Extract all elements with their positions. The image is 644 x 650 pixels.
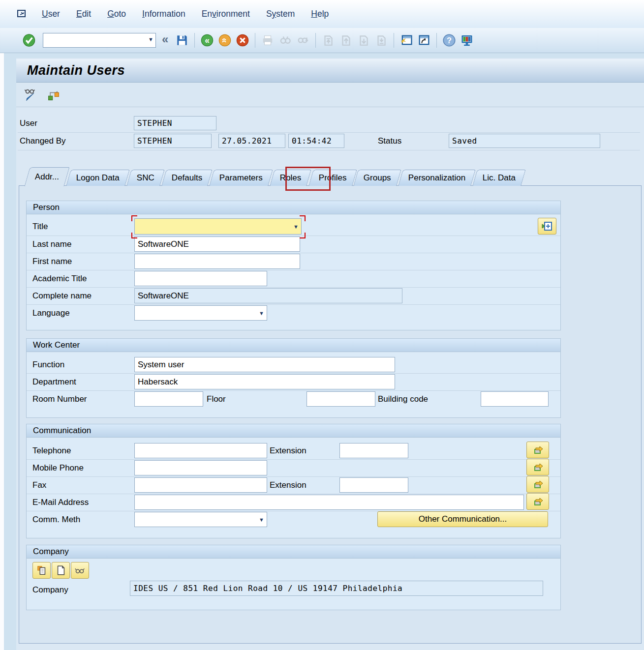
- menu-item-edit[interactable]: Edit: [76, 9, 91, 19]
- complete-name-field: SoftwareONE: [134, 288, 402, 303]
- new-session-button[interactable]: [399, 32, 414, 49]
- row-separator: [27, 390, 560, 391]
- fax-extension-input[interactable]: [339, 477, 408, 493]
- save-button[interactable]: [174, 32, 190, 49]
- room-number-input[interactable]: [134, 391, 203, 407]
- new-session-icon: [399, 33, 413, 47]
- department-input[interactable]: [134, 374, 395, 389]
- tab-lic-data[interactable]: Lic. Data: [473, 170, 526, 186]
- user-value-field[interactable]: STEPHEN: [134, 116, 216, 130]
- create-shortcut-button[interactable]: [416, 32, 432, 49]
- tab-defaults[interactable]: Defaults: [161, 170, 213, 186]
- tab-snc[interactable]: SNC: [126, 170, 164, 186]
- mobile-phone-input[interactable]: [134, 460, 267, 475]
- window-menu-icon[interactable]: [16, 9, 28, 20]
- title-dropdown[interactable]: ▼: [134, 218, 302, 235]
- mobile-phone-label: Mobile Phone: [32, 463, 84, 473]
- command-input[interactable]: [44, 34, 147, 47]
- other-address-button[interactable]: [538, 218, 556, 235]
- fax-input[interactable]: [134, 477, 267, 493]
- tab-personalization[interactable]: Personalization: [398, 170, 476, 186]
- changed-by-label: Changed By: [20, 136, 66, 146]
- more-fax-button[interactable]: [526, 476, 549, 493]
- menu-item-goto[interactable]: Goto: [107, 9, 126, 19]
- display-change-button[interactable]: [23, 87, 39, 103]
- telephone-extension-label: Extension: [270, 446, 307, 456]
- more-email-button[interactable]: [526, 493, 549, 510]
- tab-roles[interactable]: Roles: [270, 170, 311, 186]
- svg-text:«: «: [205, 35, 210, 45]
- floor-input[interactable]: [307, 391, 375, 407]
- help-button[interactable]: ?: [441, 32, 457, 49]
- chevron-down-icon[interactable]: ▼: [148, 37, 153, 42]
- row-separator: [27, 253, 560, 253]
- toolbar-separator: [394, 33, 394, 48]
- create-company-address-button[interactable]: [52, 562, 70, 579]
- more-contact-icon: [532, 461, 544, 473]
- chevron-down-icon[interactable]: ▼: [259, 517, 264, 522]
- comm-meth-label: Comm. Meth: [32, 515, 80, 525]
- menu-item-help[interactable]: Help: [311, 9, 329, 19]
- row-separator: [18, 150, 640, 150]
- building-code-input[interactable]: [481, 391, 549, 407]
- references-button[interactable]: [46, 87, 61, 103]
- assign-company-address-button[interactable]: [32, 562, 51, 579]
- row-separator: [27, 287, 560, 288]
- tab-addr[interactable]: Addr...: [24, 167, 69, 186]
- find-next-button: [295, 32, 311, 49]
- telephone-extension-input[interactable]: [339, 443, 408, 458]
- tab-label: Logon Data: [76, 173, 120, 183]
- more-telephone-button[interactable]: [526, 442, 549, 458]
- tab-label: Parameters: [219, 173, 263, 183]
- references-icon: [46, 88, 61, 102]
- comm-meth-dropdown[interactable]: ▼: [134, 512, 267, 527]
- telephone-label: Telephone: [32, 446, 71, 456]
- tab-parameters[interactable]: Parameters: [210, 170, 273, 186]
- other-communication-button[interactable]: Other Communication...: [377, 511, 548, 527]
- user-label: User: [20, 118, 37, 128]
- tab-groups[interactable]: Groups: [354, 170, 401, 186]
- focus-corner: [300, 215, 306, 221]
- chevron-down-icon[interactable]: ▼: [293, 224, 299, 229]
- exit-up-button[interactable]: «: [217, 32, 233, 49]
- first-name-input[interactable]: [134, 254, 300, 269]
- chevron-down-icon[interactable]: ▼: [259, 310, 264, 316]
- toolbar-separator: [315, 33, 316, 48]
- row-separator: [27, 236, 560, 236]
- last-name-input[interactable]: [134, 236, 300, 252]
- other-address-icon: [541, 220, 553, 232]
- svg-text:?: ?: [447, 36, 452, 45]
- room-number-label: Room Number: [32, 394, 87, 404]
- function-input[interactable]: [134, 357, 395, 372]
- status-value-field: Saved: [449, 134, 600, 148]
- work-center-group-header: Work Center: [27, 339, 560, 352]
- menu-item-system[interactable]: System: [266, 9, 295, 19]
- more-contact-icon: [532, 496, 544, 507]
- print-button: [260, 32, 276, 49]
- menu-item-user[interactable]: User: [42, 9, 60, 19]
- customize-layout-button[interactable]: [459, 32, 475, 49]
- tab-label: Personalization: [408, 173, 465, 183]
- tab-profiles[interactable]: Profiles: [308, 170, 357, 186]
- company-value-field[interactable]: IDES US / 851 Red Lion Road 10 / US 1914…: [130, 581, 543, 596]
- company-group: Company: [26, 545, 561, 610]
- cancel-button[interactable]: [235, 32, 250, 49]
- email-input[interactable]: [134, 495, 524, 510]
- tab-label: Defaults: [172, 173, 202, 183]
- menu-item-environment[interactable]: Environment: [202, 9, 250, 19]
- focus-corner: [300, 233, 306, 238]
- more-mobile-button[interactable]: [526, 459, 549, 475]
- menu-item-information[interactable]: Information: [142, 9, 185, 19]
- collapse-toolbar-icon[interactable]: «: [162, 32, 168, 46]
- display-company-address-button[interactable]: [71, 562, 89, 579]
- telephone-input[interactable]: [134, 443, 267, 458]
- tab-logon-data[interactable]: Logon Data: [66, 170, 129, 186]
- row-separator: [27, 373, 560, 374]
- more-contact-icon: [532, 478, 544, 490]
- language-dropdown[interactable]: ▼: [134, 305, 267, 321]
- academic-title-input[interactable]: [134, 271, 267, 286]
- help-icon: ?: [442, 33, 456, 47]
- back-button[interactable]: «: [199, 32, 215, 49]
- command-field[interactable]: ▼: [43, 33, 156, 48]
- enter-button[interactable]: [21, 32, 37, 49]
